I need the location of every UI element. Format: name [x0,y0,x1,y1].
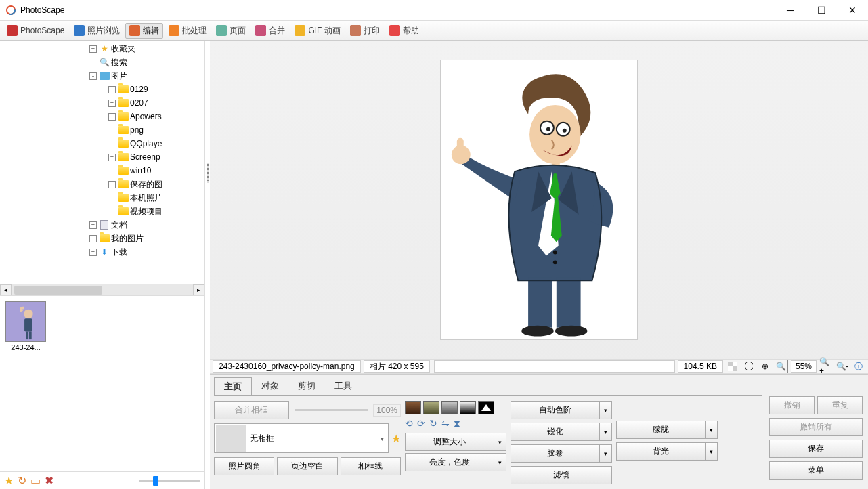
swatch-invert[interactable] [478,401,494,414]
toolbar-item-5[interactable]: 合并 [251,23,289,39]
thumbnail-size-slider[interactable] [58,480,200,482]
menu-button[interactable]: 菜单 [769,461,863,480]
tree-expander[interactable]: + [108,86,116,93]
toolbar-item-1[interactable]: 照片浏览 [70,23,124,39]
tree-item[interactable]: +Apowers [0,110,204,123]
scroll-left-button[interactable]: ◂ [0,284,12,296]
sharpen-button[interactable]: 锐化 [511,423,600,441]
tree-expander[interactable]: + [108,100,116,107]
swatch-sepia[interactable] [405,401,421,414]
editor-tab-2[interactable]: 剪切 [288,377,325,396]
zoom-in-icon[interactable]: 🔍+ [819,360,833,373]
tree-item[interactable]: png [0,123,204,137]
resize-dropdown[interactable]: ▾ [494,433,506,451]
toolbar-item-8[interactable]: 帮助 [385,23,423,39]
gallery-icon[interactable]: ▭ [30,474,41,487]
tree-item[interactable]: +我的图片 [0,232,204,245]
tree-expander[interactable]: + [89,221,97,229]
editor-tab-0[interactable]: 主页 [214,377,252,396]
tree-expander[interactable]: + [89,235,97,242]
frame-line-button[interactable]: 相框线 [341,457,401,475]
tree-item[interactable]: +⬇下载 [0,245,204,259]
close-button[interactable]: ✕ [837,0,868,20]
rotate-left-icon[interactable]: ⟲ [405,418,413,429]
margin-button[interactable]: 页边空白 [277,457,337,475]
toolbar-item-3[interactable]: 批处理 [165,23,211,39]
blur-button[interactable]: 朦胧 [616,421,706,439]
delete-icon[interactable]: ✖ [45,474,53,487]
tree-item[interactable]: +文档 [0,218,204,232]
tree-scrollbar[interactable]: ◂ ▸ [0,284,204,295]
backlight-dropdown[interactable]: ▾ [706,442,718,461]
canvas[interactable] [210,41,868,359]
backlight-button[interactable]: 背光 [616,442,706,461]
tree-expander[interactable]: - [89,72,97,80]
tree-item[interactable]: +Screenp [0,150,204,164]
tree-expander[interactable]: + [89,45,97,53]
maximize-button[interactable]: ☐ [806,0,837,20]
round-corner-button[interactable]: 照片圆角 [214,457,274,475]
favorite-frame-icon[interactable]: ★ [391,432,401,445]
toolbar-item-2[interactable]: 编辑 [125,23,163,39]
swatch-olive[interactable] [423,401,439,414]
brightness-dropdown[interactable]: ▾ [494,453,506,471]
flip-horizontal-icon[interactable]: ⇋ [441,418,450,429]
toolbar-item-0[interactable]: PhotoScape [3,23,68,38]
film-dropdown[interactable]: ▾ [600,444,612,463]
actual-size-icon[interactable]: ⊕ [758,360,772,373]
tree-item[interactable]: +保存的图 [0,177,204,191]
tree-expander[interactable]: + [108,181,116,188]
toolbar-item-6[interactable]: GIF 动画 [290,23,344,39]
auto-level-dropdown[interactable]: ▾ [600,401,612,419]
tree-label: 图片 [111,70,127,82]
tree-item[interactable]: +0129 [0,83,204,96]
frame-opacity-slider[interactable] [295,409,368,411]
thumbnail-item[interactable]: 243-24... [5,301,46,352]
toolbar-item-4[interactable]: 页面 [212,23,250,39]
tree-item[interactable]: 本机照片 [0,191,204,205]
info-icon[interactable]: ⓘ [852,360,865,373]
tree-item[interactable]: +0207 [0,96,204,110]
zoom-fit-icon[interactable]: 🔍 [775,360,788,373]
frame-select[interactable]: 无相框 ▾ [214,423,389,453]
refresh-icon[interactable]: ↻ [18,474,26,487]
tree-item[interactable]: 🔍搜索 [0,56,204,69]
tree-item[interactable]: win10 [0,164,204,177]
tree-item[interactable]: 视频项目 [0,205,204,218]
film-button[interactable]: 胶卷 [511,444,600,463]
flip-vertical-icon[interactable]: ⧗ [454,418,460,429]
filter-button[interactable]: 滤镜 [511,466,612,484]
undo-all-button[interactable]: 撤销所有 [769,418,863,436]
panel-splitter[interactable] [205,41,210,489]
star-icon[interactable]: ★ [4,474,14,487]
scroll-thumb[interactable] [14,286,102,295]
blur-dropdown[interactable]: ▾ [706,421,718,439]
fit-screen-icon[interactable]: ⛶ [742,360,756,373]
redo-button[interactable]: 重复 [817,396,863,414]
resize-button[interactable]: 调整大小 [405,433,494,451]
tree-expander[interactable]: + [108,113,116,121]
scroll-right-button[interactable]: ▸ [193,284,204,296]
editor-tab-1[interactable]: 对象 [252,377,288,396]
editor-tab-3[interactable]: 工具 [325,377,362,396]
tree-item[interactable]: -图片 [0,69,204,83]
zoom-out-icon[interactable]: 🔍- [836,360,849,373]
tree-item[interactable]: QQplaye [0,137,204,150]
swatch-gray[interactable] [441,401,458,414]
checker-icon[interactable] [726,360,739,373]
sharpen-dropdown[interactable]: ▾ [600,423,612,441]
rotate-right-icon[interactable]: ⟳ [417,418,425,429]
svg-rect-14 [528,277,552,327]
tree-expander[interactable]: + [89,249,97,256]
merge-frame-button[interactable]: 合并相框 [214,401,289,419]
swatch-bw[interactable] [460,401,476,414]
auto-level-button[interactable]: 自动色阶 [511,401,600,419]
save-button[interactable]: 保存 [769,440,863,458]
undo-button[interactable]: 撤销 [769,396,815,414]
brightness-button[interactable]: 亮度，色度 [405,453,494,471]
tree-item[interactable]: +★收藏夹 [0,42,204,56]
minimize-button[interactable]: ─ [775,0,806,20]
tree-expander[interactable]: + [108,154,116,161]
toolbar-item-7[interactable]: 打印 [346,23,384,39]
rotate-free-icon[interactable]: ↻ [429,418,437,429]
